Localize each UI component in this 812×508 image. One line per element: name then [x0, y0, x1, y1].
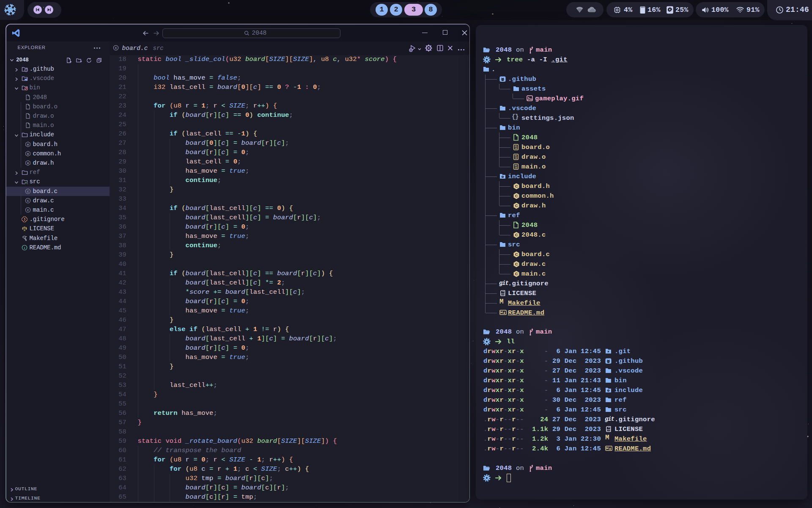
svg-text:H: H	[27, 143, 28, 146]
svg-text:C: C	[27, 208, 29, 212]
svg-text:C: C	[515, 203, 518, 208]
svg-text:C: C	[515, 252, 518, 257]
svg-text:C: C	[27, 199, 29, 203]
svg-text:C: C	[515, 193, 518, 198]
svg-text:C: C	[515, 271, 518, 276]
svg-text:H: H	[27, 152, 28, 155]
svg-text:C: C	[515, 262, 518, 266]
svg-text:C: C	[515, 232, 518, 237]
svg-text:10: 10	[515, 157, 518, 160]
svg-text:C: C	[115, 46, 117, 50]
svg-text:C: C	[515, 184, 518, 188]
svg-text:C: C	[27, 189, 29, 193]
svg-text:H: H	[27, 162, 28, 165]
svg-text:10: 10	[515, 147, 518, 150]
svg-text:10: 10	[515, 166, 518, 169]
